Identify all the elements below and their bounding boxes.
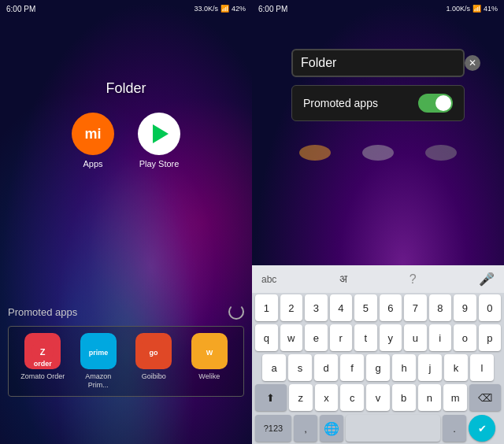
amazon-svg: prime	[87, 339, 110, 363]
key-z[interactable]: z	[289, 384, 313, 411]
key-i[interactable]: i	[429, 324, 452, 351]
key-y[interactable]: y	[380, 324, 402, 351]
promoted-apps-toggle[interactable]	[418, 94, 453, 113]
right-signal-icon: 📶	[472, 5, 481, 13]
key-period[interactable]: .	[443, 415, 466, 442]
mi-apps-icon-wrap[interactable]: mi Apps	[72, 113, 114, 168]
key-d[interactable]: d	[314, 354, 338, 381]
mi-apps-icon[interactable]: mi	[72, 113, 114, 155]
key-c[interactable]: c	[340, 384, 364, 411]
key-u[interactable]: u	[404, 324, 427, 351]
enter-key[interactable]: ✔	[469, 415, 495, 442]
key-2[interactable]: 2	[280, 294, 303, 321]
keyboard-zxcv-row: ⬆ z x c v b n m ⌫	[252, 383, 504, 413]
svg-text:W: W	[206, 349, 213, 357]
right-battery: 41%	[484, 5, 498, 13]
key-b[interactable]: b	[392, 384, 416, 411]
shift-key[interactable]: ⬆	[255, 384, 287, 411]
status-icons-left: 33.0K/s 📶 42%	[194, 5, 246, 13]
amazon-icon[interactable]: prime	[80, 333, 117, 369]
zomato-icon[interactable]: Z	[24, 333, 61, 369]
key-0[interactable]: 0	[479, 294, 502, 321]
key-7[interactable]: 7	[404, 294, 427, 321]
right-status-left: 6:00 PM	[258, 5, 287, 13]
kb-help-icon[interactable]: ?	[405, 269, 421, 290]
list-item[interactable]: W Welike	[186, 333, 233, 390]
key-5[interactable]: 5	[354, 294, 377, 321]
dot-orange	[299, 145, 331, 161]
right-speed: 1.00K/s	[446, 5, 470, 13]
key-8[interactable]: 8	[429, 294, 452, 321]
key-6[interactable]: 6	[380, 294, 402, 321]
goibibo-label: Goibibo	[142, 372, 166, 381]
welike-icon[interactable]: W	[191, 333, 228, 369]
play-store-icon-wrap[interactable]: Play Store	[138, 113, 180, 168]
key-v[interactable]: v	[366, 384, 390, 411]
key-comma[interactable]: ,	[294, 415, 317, 442]
promoted-section: Promoted apps Z Zomato Order p	[8, 304, 244, 397]
left-battery: 42%	[232, 5, 246, 13]
keyboard-bottom-row: ?123 , 🌐 . ✔	[252, 413, 504, 444]
right-status-right: 1.00K/s 📶 41%	[446, 5, 498, 13]
key-e[interactable]: e	[305, 324, 328, 351]
clear-input-button[interactable]: ✕	[465, 55, 480, 71]
key-9[interactable]: 9	[454, 294, 476, 321]
left-screen: 6:00 PM 33.0K/s 📶 42% Folder mi Apps Pla…	[0, 0, 252, 444]
backspace-key[interactable]: ⌫	[469, 384, 501, 411]
svg-text:go: go	[150, 349, 158, 357]
zomato-svg: Z	[31, 339, 54, 363]
left-speed: 33.0K/s	[194, 5, 218, 13]
key-1[interactable]: 1	[255, 294, 278, 321]
key-k[interactable]: k	[444, 354, 468, 381]
folder-name-input[interactable]	[301, 56, 458, 70]
key-a[interactable]: a	[262, 354, 286, 381]
right-screen: 6:00 PM 1.00K/s 📶 41% ✕ Promoted apps	[252, 0, 504, 444]
key-x[interactable]: x	[315, 384, 339, 411]
promoted-grid: Z Zomato Order prime Amazon Prim...	[8, 326, 244, 397]
key-t[interactable]: t	[354, 324, 377, 351]
right-time: 6:00 PM	[258, 5, 287, 13]
key-p[interactable]: p	[479, 324, 502, 351]
apps-row: mi Apps Play Store	[0, 113, 252, 168]
key-3[interactable]: 3	[305, 294, 328, 321]
key-s[interactable]: s	[288, 354, 312, 381]
goibibo-icon[interactable]: go	[135, 333, 172, 369]
play-store-icon[interactable]	[138, 113, 180, 155]
keyboard-top-row: abc अ ? 🎤	[252, 265, 504, 293]
key-123[interactable]: ?123	[255, 415, 291, 442]
key-l[interactable]: l	[470, 354, 494, 381]
keyboard: abc अ ? 🎤 1 2 3 4 5 6 7 8 9 0 q w e r t …	[252, 265, 504, 444]
kb-mic-icon[interactable]: 🎤	[474, 268, 499, 290]
key-w[interactable]: w	[280, 324, 303, 351]
kb-abc[interactable]: abc	[257, 271, 281, 288]
left-time: 6:00 PM	[6, 5, 35, 13]
folder-title-left: Folder	[0, 80, 252, 97]
globe-icon[interactable]: 🌐	[320, 415, 343, 442]
promoted-header: Promoted apps	[8, 304, 244, 320]
key-h[interactable]: h	[392, 354, 416, 381]
play-triangle-icon	[153, 124, 169, 143]
left-status-bar: 6:00 PM 33.0K/s 📶 42%	[0, 0, 252, 17]
key-4[interactable]: 4	[330, 294, 353, 321]
refresh-icon[interactable]	[228, 304, 244, 320]
right-status-bar: 6:00 PM 1.00K/s 📶 41%	[252, 0, 504, 17]
key-o[interactable]: o	[454, 324, 476, 351]
key-f[interactable]: f	[340, 354, 364, 381]
keyboard-number-row: 1 2 3 4 5 6 7 8 9 0	[252, 293, 504, 323]
welike-label: Welike	[198, 372, 220, 381]
keyboard-qwerty-row: q w e r t y u i o p	[252, 323, 504, 353]
key-g[interactable]: g	[366, 354, 390, 381]
key-n[interactable]: n	[418, 384, 442, 411]
list-item[interactable]: Z Zomato Order	[19, 333, 66, 390]
list-item[interactable]: go Goibibo	[130, 333, 177, 390]
spacebar[interactable]	[346, 415, 440, 442]
key-q[interactable]: q	[255, 324, 278, 351]
toggle-knob	[435, 95, 451, 111]
key-r[interactable]: r	[330, 324, 353, 351]
promoted-toggle-label: Promoted apps	[303, 97, 378, 109]
key-j[interactable]: j	[418, 354, 442, 381]
kb-hindi[interactable]: अ	[335, 269, 352, 289]
list-item[interactable]: prime Amazon Prim...	[75, 333, 122, 390]
key-m[interactable]: m	[443, 384, 467, 411]
svg-text:Z: Z	[40, 347, 46, 357]
